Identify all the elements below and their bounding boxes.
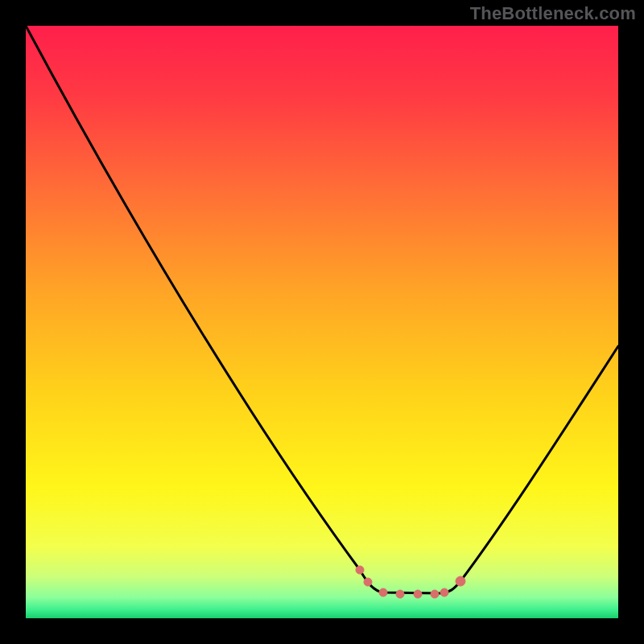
marker-dot (440, 588, 448, 597)
chart-svg (26, 26, 618, 618)
marker-dot (414, 590, 422, 598)
marker-dot (396, 590, 404, 598)
watermark-text: TheBottleneck.com (470, 3, 636, 24)
marker-dot (456, 576, 465, 586)
marker-dot (379, 588, 387, 597)
marker-dot (364, 578, 372, 586)
heat-gradient-background (26, 26, 618, 618)
chart-frame: TheBottleneck.com (0, 0, 644, 644)
marker-dot (356, 566, 364, 574)
marker-dot (431, 590, 439, 598)
plot-area (26, 26, 618, 618)
